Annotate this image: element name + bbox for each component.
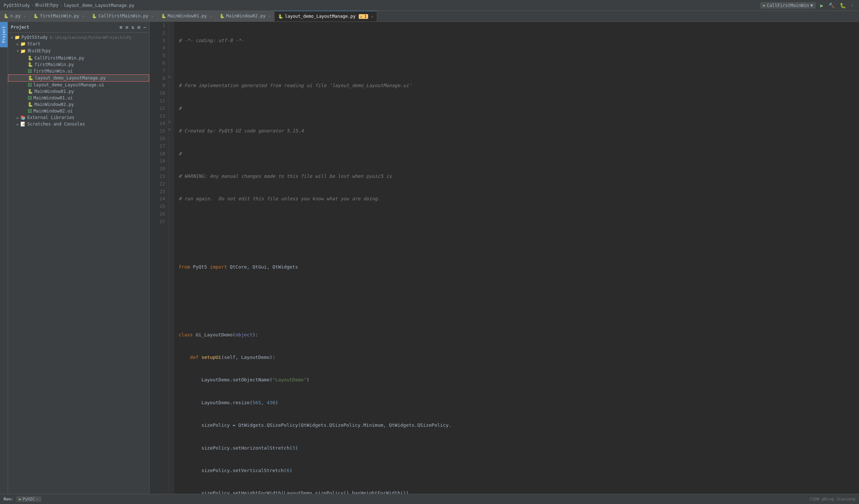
tree-label-start: Start: [27, 41, 40, 46]
tab-label-mainwindow02: MainWindow02.py: [226, 13, 265, 19]
tab-close-mainwindow02[interactable]: ✕: [268, 14, 270, 18]
tree-item-callfirstmainwin[interactable]: 🐍 CallFirstMainWin.py: [8, 55, 149, 61]
tab-icon-layout-demo: 🐍: [278, 14, 283, 19]
tree-item-mainwindow02-ui[interactable]: 🖼 MainWindow02.ui: [8, 108, 149, 114]
code-line-6: #: [179, 150, 859, 158]
gutter-6: [168, 60, 174, 67]
gutter-22: [168, 180, 174, 188]
tab-mainwindow02[interactable]: 🐍 MainWindow02.py ✕: [216, 11, 274, 21]
tree-arrow-external: ▶: [17, 116, 19, 120]
gutter-8[interactable]: ⊟: [168, 75, 174, 82]
code-content[interactable]: # -*- coding: utf-8 -*- # Form implement…: [174, 22, 859, 494]
run-button[interactable]: ▶: [819, 2, 825, 9]
tab-close-n-py[interactable]: ✕: [24, 14, 26, 18]
run-tab-pyuic[interactable]: ▶ PyUIC ✕: [16, 496, 41, 502]
panel-minimize-icon[interactable]: −: [143, 24, 146, 30]
ln-18: 18: [152, 150, 165, 158]
code-line-10: [179, 241, 859, 248]
breadcrumb-middle[interactable]: 将ui转为py: [35, 2, 58, 8]
tab-icon-mainwindow02: 🐍: [220, 14, 225, 19]
gutter-5: [168, 52, 174, 60]
tab-mainwindow01[interactable]: 🐍 MainWindow01.py ✕: [158, 11, 216, 21]
tree-arrow-start: ▶: [17, 42, 19, 46]
ln-26: 26: [152, 210, 165, 218]
panel-expand-icon[interactable]: ⇅: [131, 24, 134, 30]
main-content: Project Project ⊕ ≡ ⇅ ⚙ − ▼ 📁 PyQt5Study…: [0, 22, 859, 494]
tree-label-mainwindow02: MainWindow02.py: [34, 102, 74, 107]
tab-close-callfirstmainwin[interactable]: ✕: [151, 14, 154, 18]
panel-settings-icon[interactable]: ⚙: [137, 24, 140, 30]
breadcrumb: PyQt5Study › 将ui转为py › layout_demo_Layou…: [4, 2, 134, 8]
tree-item-mainwindow02[interactable]: 🐍 MainWindow02.py: [8, 101, 149, 108]
tree-label-mainwindow01: MainWindow01.py: [34, 89, 74, 94]
gutter-7: [168, 67, 174, 75]
tab-firstmainwin[interactable]: 🐍 firstMainWin.py ✕: [30, 11, 88, 21]
tree-root[interactable]: ▼ 📁 PyQt5Study D:\DingJiaxiong\PycharmPr…: [8, 34, 149, 41]
tree-label-scratches: Scratches and Consoles: [27, 122, 85, 127]
tab-icon-n-py: 🐍: [4, 14, 9, 19]
top-bar-right: ▶ CallFirstMainWin ▼ ▶ 🔨 🐛 ⚡: [760, 2, 855, 9]
gutter-21: [168, 173, 174, 180]
gutter-15[interactable]: ⊟: [168, 127, 174, 135]
tree-item-start[interactable]: ▶ 📁 Start: [8, 41, 149, 47]
code-line-18: sizePolicy = QtWidgets.QSizePolicy(QtWid…: [179, 422, 859, 429]
code-line-21: sizePolicy.setHeightForWidth(LayoutDemo.…: [179, 489, 859, 494]
tab-close-mainwindow01[interactable]: ✕: [210, 14, 212, 18]
run-config-selector[interactable]: ▶ CallFirstMainWin ▼: [760, 2, 816, 9]
project-panel-title: Project: [11, 25, 117, 30]
ln-21: 21: [152, 173, 165, 180]
code-editor[interactable]: 1 2 3 4 5 6 7 8 9 10 11 12 13 14 15 16 1…: [150, 22, 859, 494]
sidebar-tab-project[interactable]: Project: [0, 22, 8, 47]
breadcrumb-current[interactable]: layout_demo_LayoutManage.py: [64, 3, 134, 8]
gutter-11: [168, 97, 174, 105]
tree-label-convert: 将ui转为py: [27, 48, 51, 54]
tree-item-mainwindow01-ui[interactable]: 🖼 MainWindow01.ui: [8, 95, 149, 101]
ui-icon-firstmainwin: 🖼: [28, 69, 32, 74]
code-line-3: # Form implementation generated from rea…: [179, 82, 859, 90]
ln-27: 27: [152, 218, 165, 226]
tree-item-firstmainwin-ui[interactable]: 🖼 firstMainWin.ui: [8, 68, 149, 74]
tab-icon-firstmainwin: 🐍: [33, 14, 38, 19]
ln-1: 1: [152, 22, 165, 29]
code-line-12: [179, 286, 859, 294]
code-line-4: #: [179, 105, 859, 112]
code-line-19: sizePolicy.setHorizontalStretch(3): [179, 444, 859, 452]
tree-item-convert[interactable]: ▼ 📁 将ui转为py: [8, 47, 149, 55]
breadcrumb-root[interactable]: PyQt5Study: [4, 3, 30, 8]
gutter-10: [168, 90, 174, 97]
panel-collapse-icon[interactable]: ≡: [125, 24, 128, 30]
tree-item-layout-demo-ui[interactable]: 🖼 layout_demo_LayoutManage.ui: [8, 82, 149, 88]
py-icon-mainwindow01: 🐍: [28, 89, 33, 94]
tab-bar: 🐍 n.py ✕ 🐍 firstMainWin.py ✕ 🐍 CallFirst…: [0, 11, 859, 22]
gutter-12: [168, 105, 174, 112]
tree-item-external-libs[interactable]: ▶ 📚 External Libraries: [8, 114, 149, 121]
gutter-14[interactable]: ⊟: [168, 120, 174, 127]
py-icon-callfirstmainwin: 🐍: [28, 56, 33, 61]
ln-23: 23: [152, 188, 165, 196]
tree-label-mainwindow02-ui: MainWindow02.ui: [33, 108, 73, 114]
tab-callfirstmainwin[interactable]: 🐍 CallFirstMainWin.py ✕: [88, 11, 157, 21]
tab-n-py[interactable]: 🐍 n.py ✕: [0, 11, 30, 21]
tree-item-firstmainwin[interactable]: 🐍 firstMainWin.py: [8, 61, 149, 68]
tab-layout-demo[interactable]: 🐍 layout_demo_LayoutManage.py ⚠ 1 ✕: [274, 11, 377, 21]
tab-icon-mainwindow01: 🐍: [161, 14, 166, 19]
build-button[interactable]: 🔨: [827, 2, 836, 9]
tab-label-n-py: n.py: [10, 13, 21, 19]
tree-item-mainwindow01[interactable]: 🐍 MainWindow01.py: [8, 88, 149, 95]
ln-11: 11: [152, 97, 165, 105]
run-tab-close[interactable]: ✕: [36, 497, 38, 501]
coverage-button[interactable]: ⚡: [850, 2, 855, 9]
tree-label-firstmainwin: firstMainWin.py: [34, 62, 74, 67]
tree-item-scratches[interactable]: ▶ 📝 Scratches and Consoles: [8, 121, 149, 127]
ui-icon-mainwindow01: 🖼: [28, 95, 32, 101]
breadcrumb-sep2: ›: [60, 3, 62, 7]
tab-close-firstmainwin[interactable]: ✕: [82, 14, 84, 18]
debug-button[interactable]: 🐛: [838, 2, 847, 9]
project-panel: Project ⊕ ≡ ⇅ ⚙ − ▼ 📁 PyQt5Study D:\Ding…: [8, 22, 150, 494]
panel-locate-icon[interactable]: ⊕: [119, 24, 122, 30]
line-numbers: 1 2 3 4 5 6 7 8 9 10 11 12 13 14 15 16 1…: [150, 22, 168, 494]
tree-item-layout-demo[interactable]: 🐍 layout_demo_LayoutManage.py: [8, 74, 149, 82]
tab-close-layout-demo[interactable]: ✕: [371, 15, 373, 19]
run-config-label: CallFirstMainWin: [767, 3, 809, 8]
ui-icon-mainwindow02: 🖼: [28, 108, 32, 114]
